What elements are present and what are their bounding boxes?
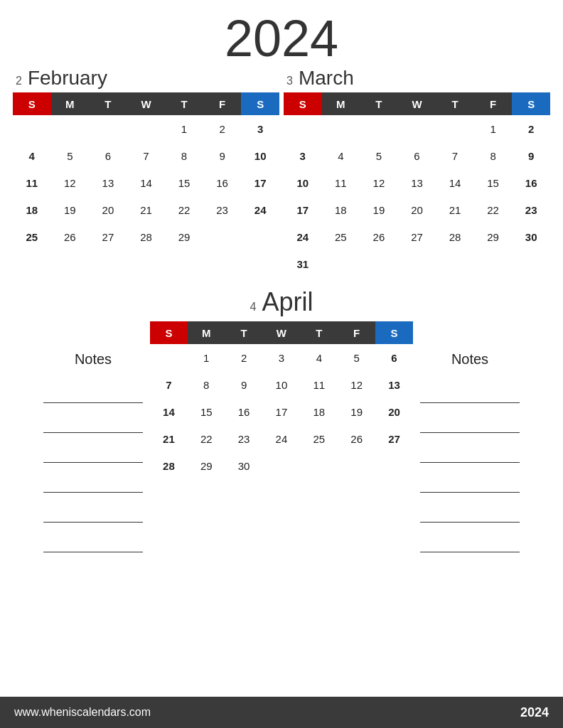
table-row: 13 bbox=[375, 371, 413, 398]
table-row: 25 bbox=[322, 223, 360, 250]
table-row: 7 bbox=[127, 142, 166, 169]
table-row: 15 bbox=[188, 398, 225, 425]
table-row: 26 bbox=[360, 223, 398, 250]
table-row: 6 bbox=[89, 142, 127, 169]
footer-year: 2024 bbox=[520, 705, 549, 720]
march-name: March bbox=[299, 67, 354, 90]
table-row: 21 bbox=[436, 196, 474, 223]
note-line-1 bbox=[43, 376, 143, 403]
note-line-2 bbox=[43, 406, 143, 433]
table-row: 16 bbox=[203, 169, 242, 196]
april-number: 4 bbox=[250, 301, 257, 314]
april-calendar: S M T W T F S 12345678910111213141516171… bbox=[150, 321, 413, 479]
table-row: 29 bbox=[188, 452, 225, 479]
table-row bbox=[89, 115, 127, 142]
feb-header-sat: S bbox=[241, 92, 279, 115]
table-row: 28 bbox=[127, 223, 166, 250]
march-number: 3 bbox=[286, 75, 293, 87]
table-row: 17 bbox=[263, 398, 301, 425]
note-line-r3 bbox=[420, 436, 520, 463]
table-row: 2 bbox=[225, 344, 263, 371]
table-row: 11 bbox=[322, 169, 360, 196]
table-row: 11 bbox=[13, 169, 51, 196]
table-row: 13 bbox=[89, 169, 127, 196]
table-row bbox=[13, 115, 51, 142]
table-row: 17 bbox=[284, 196, 322, 223]
table-row: 22 bbox=[188, 425, 225, 452]
table-row: 20 bbox=[375, 398, 413, 425]
table-row: 7 bbox=[150, 371, 188, 398]
table-row: 15 bbox=[165, 169, 203, 196]
feb-header-fri: F bbox=[203, 92, 242, 115]
apr-header-mon: M bbox=[188, 321, 225, 344]
table-row: 25 bbox=[300, 425, 338, 452]
table-row: 1 bbox=[474, 115, 513, 142]
table-row: 30 bbox=[512, 223, 550, 250]
table-row: 8 bbox=[474, 142, 513, 169]
table-row bbox=[284, 115, 322, 142]
march-calendar: 3 March S M T W T F S 123456789101112131… bbox=[284, 67, 550, 277]
table-row: 23 bbox=[512, 196, 550, 223]
table-row bbox=[375, 452, 413, 479]
table-row: 19 bbox=[338, 398, 375, 425]
table-row: 11 bbox=[300, 371, 338, 398]
year-heading: 2024 bbox=[0, 0, 563, 64]
table-row: 14 bbox=[150, 398, 188, 425]
apr-header-fri: F bbox=[338, 321, 375, 344]
notes-right-label: Notes bbox=[413, 351, 527, 368]
table-row: 27 bbox=[375, 425, 413, 452]
apr-header-wed: W bbox=[263, 321, 301, 344]
table-row: 22 bbox=[474, 196, 513, 223]
table-row: 4 bbox=[300, 344, 338, 371]
notes-left-label: Notes bbox=[36, 351, 150, 368]
table-row: 20 bbox=[89, 196, 127, 223]
table-row: 8 bbox=[188, 371, 225, 398]
feb-header-mon: M bbox=[51, 92, 90, 115]
note-line-r5 bbox=[420, 496, 520, 523]
table-row: 29 bbox=[165, 223, 203, 250]
table-row: 26 bbox=[51, 223, 90, 250]
table-row: 6 bbox=[375, 344, 413, 371]
april-grid: S M T W T F S 12345678910111213141516171… bbox=[150, 321, 413, 479]
table-row bbox=[436, 115, 474, 142]
table-row: 20 bbox=[398, 196, 436, 223]
february-calendar: 2 February S M T W T F S 123456789101112… bbox=[13, 67, 279, 277]
table-row: 21 bbox=[150, 425, 188, 452]
mar-header-sun: S bbox=[284, 92, 322, 115]
table-row: 26 bbox=[338, 425, 375, 452]
april-body: 1234567891011121314151617181920212223242… bbox=[150, 344, 413, 479]
april-name: April bbox=[262, 287, 313, 317]
table-row: 24 bbox=[241, 196, 279, 223]
note-line-r2 bbox=[420, 406, 520, 433]
mar-header-tue: T bbox=[360, 92, 398, 115]
table-row: 29 bbox=[474, 223, 513, 250]
february-grid: S M T W T F S 12345678910111213141516171… bbox=[13, 92, 279, 250]
note-line-r6 bbox=[420, 525, 520, 552]
table-row: 2 bbox=[512, 115, 550, 142]
table-row: 17 bbox=[241, 169, 279, 196]
table-row: 19 bbox=[360, 196, 398, 223]
table-row: 6 bbox=[398, 142, 436, 169]
february-name: February bbox=[28, 67, 107, 90]
table-row: 10 bbox=[241, 142, 279, 169]
table-row: 28 bbox=[150, 452, 188, 479]
table-row: 23 bbox=[225, 425, 263, 452]
table-row: 18 bbox=[13, 196, 51, 223]
table-row: 12 bbox=[51, 169, 90, 196]
table-row: 2 bbox=[203, 115, 242, 142]
apr-header-thu: T bbox=[300, 321, 338, 344]
table-row: 3 bbox=[241, 115, 279, 142]
feb-header-wed: W bbox=[127, 92, 166, 115]
table-row: 10 bbox=[263, 371, 301, 398]
table-row bbox=[127, 115, 166, 142]
table-row: 9 bbox=[225, 371, 263, 398]
feb-header-sun: S bbox=[13, 92, 51, 115]
table-row: 12 bbox=[360, 169, 398, 196]
table-row bbox=[322, 115, 360, 142]
table-row: 30 bbox=[225, 452, 263, 479]
table-row: 5 bbox=[360, 142, 398, 169]
table-row: 27 bbox=[89, 223, 127, 250]
mar-header-wed: W bbox=[398, 92, 436, 115]
table-row: 8 bbox=[165, 142, 203, 169]
table-row: 24 bbox=[284, 223, 322, 250]
